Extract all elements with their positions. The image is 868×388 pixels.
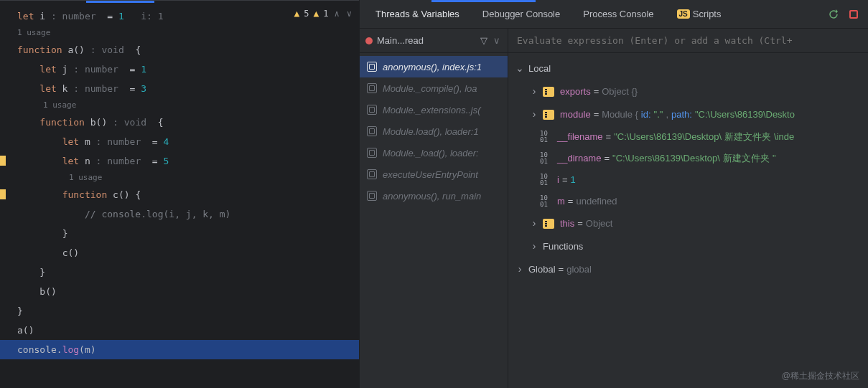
expand-icon[interactable] [514, 258, 526, 281]
debug-tab-indicator [431, 0, 536, 2]
tab-debugger-console[interactable]: Debugger Console [472, 0, 570, 29]
scope-functions[interactable]: Functions [508, 235, 868, 258]
rerun-button[interactable] [825, 6, 842, 23]
usage-hint: 1 usage [17, 171, 359, 185]
frame-item[interactable]: anonymous(), run_main [360, 185, 508, 207]
frame-item[interactable]: Module._compile(), loa [360, 77, 508, 99]
frame-icon [367, 126, 377, 136]
stop-icon [849, 10, 858, 19]
variables-tree: Local exports = Object {} module = Modul… [508, 53, 868, 285]
primitive-icon: 1001 [540, 131, 551, 143]
thread-dropdown-icon[interactable]: ∨ [492, 35, 502, 46]
primitive-icon: 1001 [540, 195, 551, 208]
object-icon [543, 87, 554, 97]
usage-hint: 1 usage [17, 98, 359, 113]
frame-icon [367, 169, 377, 179]
scope-local[interactable]: Local [508, 57, 868, 80]
code-editor[interactable]: let i : number = 1 i: 1 1 usage function… [0, 1, 359, 359]
evaluate-bar [508, 29, 868, 53]
expand-icon[interactable] [528, 212, 540, 235]
frame-icon [367, 191, 377, 201]
frame-list: anonymous(), index.js:1 Module._compile(… [360, 53, 508, 207]
editor-pane: ▲ 5 ▲ 1 ∧ ∨ let i : number = 1 i: 1 1 us… [0, 0, 359, 388]
frame-item[interactable]: Module.load(), loader:1 [360, 120, 508, 142]
debug-pane: Threads & Variables Debugger Console Pro… [359, 0, 868, 388]
thread-selector[interactable]: Main...read ▽ ∨ [360, 29, 508, 53]
breakpoint-line: console.log(m) [0, 340, 359, 359]
var-dirname[interactable]: 1001__dirname = "C:\Users\86139\Desktop\… [508, 148, 868, 169]
frame-item[interactable]: Module._load(), loader: [360, 142, 508, 164]
frame-item[interactable]: anonymous(), index.js:1 [360, 56, 508, 77]
expand-icon[interactable] [514, 57, 526, 80]
primitive-icon: 1001 [540, 152, 551, 165]
object-icon [543, 110, 554, 120]
variables-pane: Local exports = Object {} module = Modul… [508, 29, 868, 388]
frame-item[interactable]: Module._extensions..js( [360, 99, 508, 120]
watermark: @稀土掘金技术社区 [782, 370, 859, 382]
editor-tab-indicator [86, 1, 154, 3]
var-i[interactable]: 1001i = 1 [508, 169, 868, 191]
scope-global[interactable]: Global = global [508, 258, 868, 281]
var-filename[interactable]: 1001__filename = "C:\Users\86139\Desktop… [508, 126, 868, 148]
tab-threads-variables[interactable]: Threads & Variables [365, 0, 470, 29]
js-icon: JS [677, 9, 690, 19]
var-module[interactable]: module = Module {id: ".",path: "C:\Users… [508, 103, 868, 126]
evaluate-input[interactable] [517, 35, 859, 46]
frame-icon [367, 148, 377, 158]
var-exports[interactable]: exports = Object {} [508, 80, 868, 103]
frame-icon [367, 62, 377, 72]
var-m[interactable]: 1001m = undefined [508, 191, 868, 212]
primitive-icon: 1001 [540, 174, 551, 186]
expand-icon[interactable] [528, 80, 540, 103]
var-this[interactable]: this = Object [508, 212, 868, 235]
object-icon [543, 219, 554, 229]
frames-pane: Main...read ▽ ∨ anonymous(), index.js:1 … [360, 29, 508, 388]
tab-scripts[interactable]: JSScripts [667, 0, 732, 29]
expand-icon[interactable] [528, 235, 540, 258]
usage-hint: 1 usage [17, 26, 359, 40]
breakpoint-icon [365, 37, 373, 44]
frame-icon [367, 83, 377, 93]
thread-name: Main...read [377, 35, 424, 46]
gutter-change-marker [0, 156, 6, 166]
frame-item[interactable]: executeUserEntryPoint [360, 164, 508, 185]
stop-button[interactable] [845, 6, 862, 23]
tab-process-console[interactable]: Process Console [573, 0, 663, 29]
debug-tabs: Threads & Variables Debugger Console Pro… [360, 0, 868, 29]
expand-icon[interactable] [528, 103, 540, 126]
frame-icon [367, 105, 377, 115]
gutter-change-marker [0, 189, 6, 199]
filter-icon[interactable]: ▽ [480, 35, 487, 46]
